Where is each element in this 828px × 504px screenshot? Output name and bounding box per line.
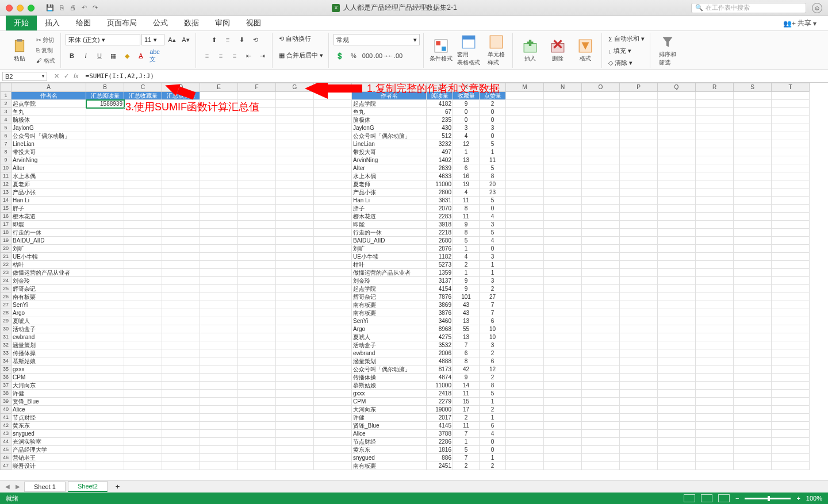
cell-C13[interactable] <box>124 188 162 197</box>
cell-E24[interactable] <box>200 277 238 285</box>
cell-J37[interactable]: 11000 <box>427 382 453 390</box>
row-header-45[interactable]: 45 <box>0 446 12 454</box>
bold-icon[interactable]: B <box>66 50 78 61</box>
cell-N41[interactable] <box>544 414 582 422</box>
cell-D17[interactable] <box>162 221 200 229</box>
account-icon[interactable]: ☺ <box>812 3 822 13</box>
cell-B15[interactable] <box>86 205 124 213</box>
cell-D42[interactable] <box>162 422 200 430</box>
cell-R19[interactable] <box>696 237 734 245</box>
cell-P33[interactable] <box>620 349 658 357</box>
cell-A14[interactable]: Han Li <box>12 197 86 205</box>
cell-A2[interactable]: 起点学院 <box>12 100 86 108</box>
cell-P5[interactable] <box>620 124 658 132</box>
cell-N45[interactable] <box>544 446 582 454</box>
clear-button[interactable]: ◇ 清除 ▾ <box>607 58 634 68</box>
cell-K11[interactable]: 16 <box>453 172 480 180</box>
cell-D12[interactable] <box>162 180 200 188</box>
cell-D28[interactable] <box>162 309 200 317</box>
cell-D8[interactable] <box>162 148 200 156</box>
cell-M18[interactable] <box>506 229 544 237</box>
cell-G9[interactable] <box>276 156 314 164</box>
cell-I29[interactable]: SenYi <box>352 317 427 325</box>
cell-D24[interactable] <box>162 277 200 285</box>
cell-E38[interactable] <box>200 390 238 398</box>
cell-L1[interactable]: 点赞量 <box>480 92 506 100</box>
cell-R30[interactable] <box>696 325 734 333</box>
cell-R6[interactable] <box>696 132 734 140</box>
col-header-S[interactable]: S <box>734 83 772 92</box>
cell-G6[interactable] <box>276 132 314 140</box>
cell-B38[interactable] <box>86 390 124 398</box>
cell-I2[interactable]: 起点学院 <box>352 100 427 108</box>
cell-A1[interactable]: 作者名 <box>12 92 86 100</box>
cell-I20[interactable]: 刘旷 <box>352 245 427 253</box>
cell-I23[interactable]: 做懂运营的产品从业者 <box>352 269 427 277</box>
cell-J34[interactable]: 4888 <box>427 357 453 366</box>
cell-F22[interactable] <box>238 261 276 269</box>
cell-K14[interactable]: 11 <box>453 197 480 205</box>
cell-I32[interactable]: 活动盒子 <box>352 341 427 349</box>
cell-I41[interactable]: 许健 <box>352 414 427 422</box>
cell-G15[interactable] <box>276 205 314 213</box>
col-header-I[interactable]: I <box>352 83 427 92</box>
increase-font-icon[interactable]: A▴ <box>166 34 178 45</box>
cell-I37[interactable]: 慕斯姑娘 <box>352 382 427 390</box>
cell-K2[interactable]: 9 <box>453 100 480 108</box>
cell-L39[interactable]: 1 <box>480 398 506 406</box>
sheet-tab-1[interactable]: Sheet 1 <box>24 482 66 492</box>
comma-icon[interactable]: 000 <box>361 50 374 61</box>
cell-I40[interactable]: 大河向东 <box>352 406 427 414</box>
cell-P31[interactable] <box>620 333 658 341</box>
cell-E13[interactable] <box>200 188 238 197</box>
cell-P26[interactable] <box>620 293 658 301</box>
cell-Q29[interactable] <box>658 317 696 325</box>
cell-O38[interactable] <box>582 390 620 398</box>
cell-D46[interactable] <box>162 454 200 462</box>
cell-K30[interactable]: 55 <box>453 325 480 333</box>
cell-F9[interactable] <box>238 156 276 164</box>
cell-T17[interactable] <box>772 221 810 229</box>
cell-T7[interactable] <box>772 140 810 148</box>
cell-B47[interactable] <box>86 462 124 470</box>
cell-M44[interactable] <box>506 438 544 446</box>
cell-H14[interactable] <box>314 197 352 205</box>
cell-M17[interactable] <box>506 221 544 229</box>
cell-M26[interactable] <box>506 293 544 301</box>
cell-S15[interactable] <box>734 205 772 213</box>
cell-J36[interactable]: 4874 <box>427 374 453 382</box>
cell-I33[interactable]: ewbrand <box>352 349 427 357</box>
cell-K15[interactable]: 8 <box>453 205 480 213</box>
cell-A23[interactable]: 做懂运营的产品从业者 <box>12 269 86 277</box>
cell-Q34[interactable] <box>658 357 696 366</box>
cell-T10[interactable] <box>772 164 810 172</box>
cell-S30[interactable] <box>734 325 772 333</box>
cell-C47[interactable] <box>124 462 162 470</box>
cell-Q37[interactable] <box>658 382 696 390</box>
cell-E19[interactable] <box>200 237 238 245</box>
cell-I7[interactable]: LineLian <box>352 140 427 148</box>
cell-J3[interactable]: 67 <box>427 108 453 116</box>
cell-D33[interactable] <box>162 349 200 357</box>
cell-E27[interactable] <box>200 301 238 309</box>
cell-C21[interactable] <box>124 253 162 261</box>
cell-H21[interactable] <box>314 253 352 261</box>
cell-P45[interactable] <box>620 446 658 454</box>
col-header-B[interactable]: B <box>86 83 124 92</box>
cell-O3[interactable] <box>582 108 620 116</box>
cell-H33[interactable] <box>314 349 352 357</box>
cell-P37[interactable] <box>620 382 658 390</box>
cell-I46[interactable]: snygued <box>352 454 427 462</box>
cell-O24[interactable] <box>582 277 620 285</box>
col-header-Q[interactable]: Q <box>658 83 696 92</box>
cell-R22[interactable] <box>696 261 734 269</box>
cell-F2[interactable] <box>238 100 276 108</box>
cell-R24[interactable] <box>696 277 734 285</box>
share-button[interactable]: 👥+ 共享 ▾ <box>779 16 821 30</box>
cell-S21[interactable] <box>734 253 772 261</box>
cell-D15[interactable] <box>162 205 200 213</box>
cell-M7[interactable] <box>506 140 544 148</box>
cell-P44[interactable] <box>620 438 658 446</box>
cell-L45[interactable]: 0 <box>480 446 506 454</box>
cell-F33[interactable] <box>238 349 276 357</box>
